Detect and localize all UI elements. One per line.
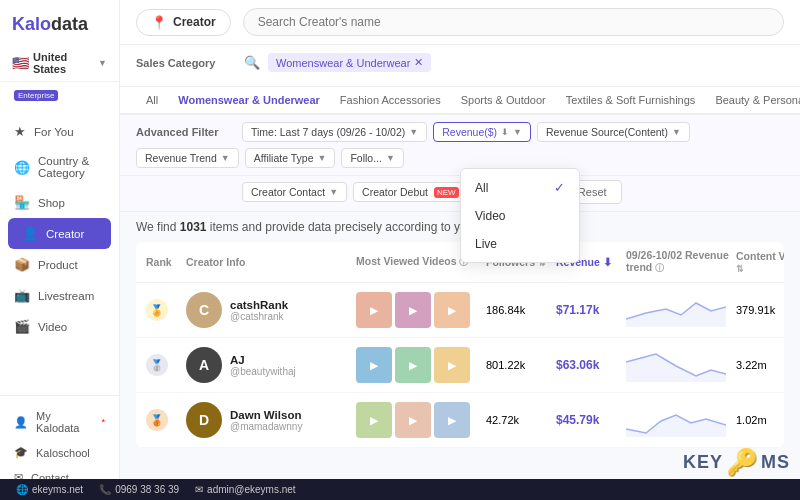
chevron-down-icon: ▼ — [98, 58, 107, 68]
table-row[interactable]: 🥉 D Dawn Wilson @mamadawnny ▶ ▶ ▶ — [136, 393, 784, 448]
video-thumb[interactable]: ▶ — [395, 402, 431, 438]
video-thumb[interactable]: ▶ — [434, 402, 470, 438]
followers-cell: 801.22k — [486, 359, 556, 371]
creator-cell: A AJ @beautywithaj — [186, 347, 356, 383]
country-name: United States — [33, 51, 94, 75]
videos-cell: ▶ ▶ ▶ — [356, 402, 486, 438]
sparkline-chart — [626, 291, 726, 327]
video-thumb[interactable]: ▶ — [434, 347, 470, 383]
email-icon: ✉ — [195, 484, 203, 495]
watermark-icon: 🔑 — [726, 447, 758, 478]
revenue-cell: $45.79k — [556, 413, 626, 427]
svg-marker-1 — [626, 354, 726, 382]
revenue-source-dropdown: All ✓ Video Live — [460, 168, 580, 263]
video-icon: 🎬 — [14, 319, 30, 334]
revenue-cell: $71.17k — [556, 303, 626, 317]
cat-tab-textiles[interactable]: Textiles & Soft Furnishings — [556, 87, 706, 115]
svg-marker-0 — [626, 303, 726, 327]
rank-cell: 🥈 — [146, 354, 186, 376]
cat-tab-womenswear[interactable]: Womenswear & Underwear — [168, 87, 330, 115]
creator-tab[interactable]: 📍 Creator — [136, 9, 231, 36]
sparkline-chart — [626, 401, 726, 437]
video-thumb[interactable]: ▶ — [395, 292, 431, 328]
selected-category-tag[interactable]: Womenswear & Underwear ✕ — [268, 53, 431, 72]
watermark-text: KEY — [683, 452, 723, 473]
header: 📍 Creator — [120, 0, 800, 45]
new-badge: NEW — [434, 187, 459, 198]
cat-tab-fashion[interactable]: Fashion Accessories — [330, 87, 451, 115]
watermark-ms: MS — [761, 452, 790, 473]
logo: Kalodata — [0, 0, 119, 45]
info-icon-2: ⓘ — [655, 263, 664, 273]
video-thumb[interactable]: ▶ — [356, 292, 392, 328]
col-header-views[interactable]: Content Views ⇅ — [736, 250, 784, 274]
sidebar-item-kaloschool[interactable]: 🎓 Kaloschool — [0, 440, 119, 465]
filter-chip-revenue-trend[interactable]: Revenue Trend ▼ — [136, 148, 239, 168]
school-icon: 🎓 — [14, 446, 28, 459]
table-row[interactable]: 🏅 C catshRank @catshrank ▶ ▶ ▶ 1 — [136, 283, 784, 338]
check-icon: ✓ — [554, 180, 565, 195]
filter-chip-revenue-source[interactable]: Revenue Source(Content) ▼ — [537, 122, 690, 142]
sales-category-filter: Sales Category 🔍 Womenswear & Underwear … — [120, 45, 800, 87]
sidebar-nav: ★ For You 🌐 Country & Category 🏪 Shop 👤 … — [0, 108, 119, 395]
footer-website: 🌐 ekeyms.net — [16, 484, 83, 495]
sidebar-item-video[interactable]: 🎬 Video — [0, 311, 119, 342]
sidebar-item-creator[interactable]: 👤 Creator — [8, 218, 111, 249]
trend-cell — [626, 346, 736, 384]
video-thumb[interactable]: ▶ — [356, 402, 392, 438]
rank-medal-icon: 🏅 — [146, 299, 168, 321]
sidebar-item-livestream[interactable]: 📺 Livestream — [0, 280, 119, 311]
videos-cell: ▶ ▶ ▶ — [356, 347, 486, 383]
remove-tag-button[interactable]: ✕ — [414, 56, 423, 69]
cat-tab-sports[interactable]: Sports & Outdoor — [451, 87, 556, 115]
sidebar-item-shop[interactable]: 🏪 Shop — [0, 187, 119, 218]
filter-chip-creator-contact[interactable]: Creator Contact ▼ — [242, 182, 347, 202]
views-cell: 3.22m — [736, 359, 784, 371]
cat-tab-all[interactable]: All — [136, 87, 168, 115]
chevron-down-icon: ▼ — [409, 127, 418, 137]
chevron-down-icon: ▼ — [221, 153, 230, 163]
col-header-trend[interactable]: 09/26-10/02 Revenue trend ⓘ — [626, 249, 736, 275]
sidebar-item-my-kalodata[interactable]: 👤 My Kalodata * — [0, 404, 119, 440]
svg-marker-2 — [626, 415, 726, 437]
enterprise-badge: Enterprise — [14, 90, 58, 101]
video-thumb[interactable]: ▶ — [395, 347, 431, 383]
filter-chip-revenue[interactable]: Revenue($) ⬇ ▼ — [433, 122, 531, 142]
advanced-filter-label: Advanced Filter — [136, 126, 236, 138]
video-thumb[interactable]: ▶ — [434, 292, 470, 328]
category-tabs: All Womenswear & Underwear Fashion Acces… — [120, 87, 800, 115]
cat-tab-beauty[interactable]: Beauty & Personal Care — [705, 87, 800, 115]
views-cell: 1.02m — [736, 414, 784, 426]
shop-icon: 🏪 — [14, 195, 30, 210]
product-icon: 📦 — [14, 257, 30, 272]
filter-chip-affiliate-type[interactable]: Affiliate Type ▼ — [245, 148, 336, 168]
table-row[interactable]: 🥈 A AJ @beautywithaj ▶ ▶ ▶ 801.2 — [136, 338, 784, 393]
sidebar: Kalodata 🇺🇸 United States ▼ Enterprise ★… — [0, 0, 120, 500]
dropdown-item-video[interactable]: Video — [461, 202, 579, 230]
sidebar-item-for-you[interactable]: ★ For You — [0, 116, 119, 147]
globe-icon: 🌐 — [14, 160, 30, 175]
footer-email: ✉ admin@ekeyms.net — [195, 484, 296, 495]
dropdown-item-live[interactable]: Live — [461, 230, 579, 258]
rank-medal-icon: 🥈 — [146, 354, 168, 376]
chevron-down-icon: ▼ — [672, 127, 681, 137]
sort-down-icon: ⬇ — [603, 256, 612, 268]
chevron-down-icon: ▼ — [317, 153, 326, 163]
search-input[interactable] — [243, 8, 784, 36]
globe-icon-footer: 🌐 — [16, 484, 28, 495]
sort-icon: ⬇ — [501, 127, 509, 137]
country-selector[interactable]: 🇺🇸 United States ▼ — [0, 45, 119, 82]
filter-chip-follower[interactable]: Follo... ▼ — [341, 148, 403, 168]
filter-chip-time[interactable]: Time: Last 7 days (09/26 - 10/02) ▼ — [242, 122, 427, 142]
dropdown-item-all[interactable]: All ✓ — [461, 173, 579, 202]
followers-cell: 42.72k — [486, 414, 556, 426]
creator-cell: D Dawn Wilson @mamadawnny — [186, 402, 356, 438]
video-thumb[interactable]: ▶ — [356, 347, 392, 383]
flag-icon: 🇺🇸 — [12, 55, 29, 71]
data-table: Rank Creator Info Most Viewed Videos ⓘ F… — [136, 242, 784, 448]
sidebar-item-country-category[interactable]: 🌐 Country & Category — [0, 147, 119, 187]
sidebar-item-product[interactable]: 📦 Product — [0, 249, 119, 280]
sparkline-chart — [626, 346, 726, 382]
rank-cell: 🏅 — [146, 299, 186, 321]
user-icon: 👤 — [14, 416, 28, 429]
